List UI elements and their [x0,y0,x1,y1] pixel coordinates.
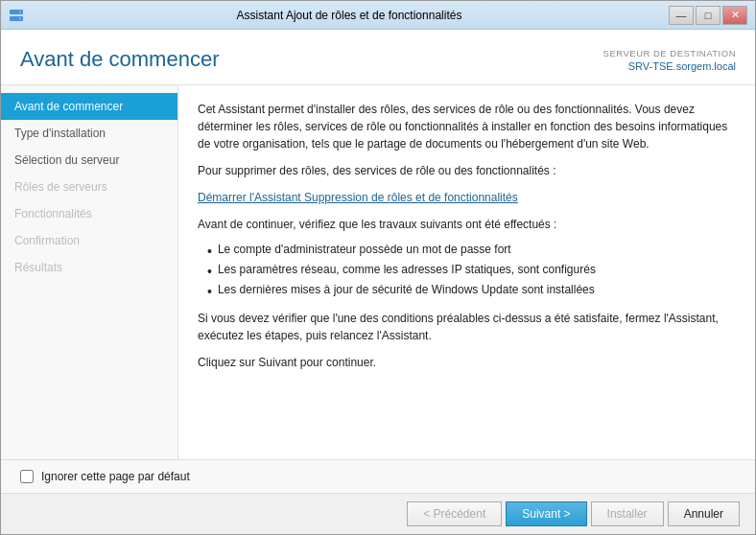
maximize-button[interactable]: □ [696,6,721,25]
remove-wizard-link[interactable]: Démarrer l'Assistant Suppression de rôle… [198,191,518,204]
sidebar-item-roles: Rôles de serveurs [1,174,177,200]
install-button: Installer [591,501,664,526]
prerequisites-list: • Le compte d'administrateur possède un … [207,243,736,301]
bullet-text-2: Les dernières mises à jour de sécurité d… [218,283,595,296]
content-area: Avant de commencer Type d'installation S… [1,85,755,459]
sidebar-item-confirmation: Confirmation [1,227,177,254]
svg-point-2 [19,11,21,12]
before-continue-label: Avant de continuer, vérifiez que les tra… [198,216,736,233]
wizard-header: Avant de commencer SERVEUR DE DESTINATIO… [1,30,755,85]
button-bar: < Précédent Suivant > Installer Annuler [1,493,755,534]
bullet-item-2: • Les dernières mises à jour de sécurité… [207,283,736,300]
sidebar-item-avant[interactable]: Avant de commencer [1,93,177,120]
window-controls: — □ ✕ [669,6,747,25]
page-title: Avant de commencer [20,47,219,72]
ignore-page-label[interactable]: Ignorer cette page par défaut [41,470,190,483]
bullet-dot-0: • [207,243,212,260]
bullet-dot-1: • [207,263,212,280]
server-name: SRV-TSE.sorgem.local [603,59,736,74]
sidebar-item-selection[interactable]: Sélection du serveur [1,147,177,174]
sidebar-item-fonctionnalites: Fonctionnalités [1,200,177,227]
bullet-dot-2: • [207,283,212,300]
intro-paragraph: Cet Assistant permet d'installer des rôl… [198,101,736,152]
footer-area: Ignorer cette page par défaut < Précéden… [1,459,755,534]
destination-info: SERVEUR DE DESTINATION SRV-TSE.sorgem.lo… [603,47,736,75]
minimize-button[interactable]: — [669,6,694,25]
cancel-button[interactable]: Annuler [668,501,740,526]
ignore-page-row: Ignorer cette page par défaut [1,460,755,493]
click-next-paragraph: Cliquez sur Suivant pour continuer. [198,354,736,371]
close-button[interactable]: ✕ [722,6,747,25]
remove-roles-label: Pour supprimer des rôles, des services d… [198,162,736,179]
window-title: Assistant Ajout de rôles et de fonctionn… [30,9,669,22]
bullet-text-1: Les paramètres réseau, comme les adresse… [218,263,596,276]
bullet-item-0: • Le compte d'administrateur possède un … [207,243,736,260]
bullet-text-0: Le compte d'administrateur possède un mo… [218,243,511,256]
verify-paragraph: Si vous devez vérifier que l'une des con… [198,310,736,344]
bullet-item-1: • Les paramètres réseau, comme les adres… [207,263,736,280]
wizard-window: Assistant Ajout de rôles et de fonctionn… [0,0,756,535]
title-bar: Assistant Ajout de rôles et de fonctionn… [1,1,755,30]
ignore-page-checkbox[interactable] [20,470,34,483]
sidebar-item-type[interactable]: Type d'installation [1,120,177,147]
sidebar: Avant de commencer Type d'installation S… [1,85,178,459]
sidebar-item-resultats: Résultats [1,254,177,281]
app-icon [9,8,24,23]
main-content: Cet Assistant permet d'installer des rôl… [178,85,755,459]
destination-label: SERVEUR DE DESTINATION [603,47,736,59]
previous-button: < Précédent [407,501,502,526]
next-button[interactable]: Suivant > [506,501,586,526]
wizard-body: Avant de commencer SERVEUR DE DESTINATIO… [1,30,755,534]
svg-point-3 [19,17,21,19]
